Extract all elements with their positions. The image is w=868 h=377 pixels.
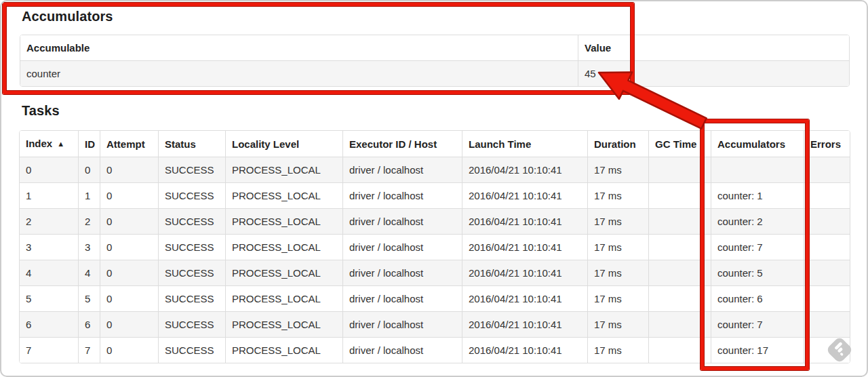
task-errors-cell	[804, 234, 850, 260]
task-row: 7 7 0 SUCCESS PROCESS_LOCAL driver / loc…	[20, 337, 850, 363]
task-gc-time-cell	[648, 311, 711, 337]
task-attempt-cell: 0	[100, 208, 158, 234]
task-row: 4 4 0 SUCCESS PROCESS_LOCAL driver / loc…	[20, 260, 850, 285]
status-column-header[interactable]: Status	[158, 131, 225, 157]
task-accumulators-cell: counter: 6	[711, 285, 804, 311]
tasks-table: Index▲ ID Attempt Status Locality Level …	[19, 130, 850, 363]
task-index-cell: 7	[20, 337, 78, 363]
task-accumulators-cell	[711, 157, 804, 182]
task-locality-level-cell: PROCESS_LOCAL	[225, 311, 342, 337]
task-id-cell: 5	[78, 285, 100, 311]
feedly-mini-icon[interactable]	[824, 334, 855, 365]
task-id-cell: 3	[78, 234, 100, 260]
tasks-section-title: Tasks	[22, 103, 60, 119]
accumulators-column-header[interactable]: Accumulators	[711, 131, 804, 157]
task-index-cell: 3	[20, 234, 78, 260]
task-gc-time-cell	[648, 157, 711, 182]
task-locality-level-cell: PROCESS_LOCAL	[225, 260, 342, 285]
attempt-column-header[interactable]: Attempt	[100, 131, 158, 157]
task-locality-level-cell: PROCESS_LOCAL	[225, 182, 342, 208]
index-column-header-label: Index	[26, 138, 52, 149]
gc-time-column-header[interactable]: GC Time	[648, 131, 711, 157]
task-launch-time-cell: 2016/04/21 10:10:41	[462, 285, 587, 311]
task-gc-time-cell	[648, 182, 711, 208]
task-duration-cell: 17 ms	[587, 311, 648, 337]
task-id-cell: 6	[78, 311, 100, 337]
task-launch-time-cell: 2016/04/21 10:10:41	[462, 234, 587, 260]
task-status-cell: SUCCESS	[158, 208, 225, 234]
task-duration-cell: 17 ms	[587, 260, 648, 285]
task-row: 2 2 0 SUCCESS PROCESS_LOCAL driver / loc…	[20, 208, 850, 234]
task-index-cell: 6	[20, 311, 78, 337]
task-executor-id-host-cell: driver / localhost	[342, 182, 462, 208]
task-attempt-cell: 0	[100, 260, 158, 285]
task-executor-id-host-cell: driver / localhost	[342, 311, 462, 337]
task-row: 3 3 0 SUCCESS PROCESS_LOCAL driver / loc…	[20, 234, 850, 260]
task-accumulators-cell: counter: 5	[711, 260, 804, 285]
tasks-header-row: Index▲ ID Attempt Status Locality Level …	[20, 131, 850, 157]
task-row: 6 6 0 SUCCESS PROCESS_LOCAL driver / loc…	[20, 311, 850, 337]
task-attempt-cell: 0	[100, 234, 158, 260]
task-executor-id-host-cell: driver / localhost	[342, 157, 462, 182]
task-id-cell: 2	[78, 208, 100, 234]
task-gc-time-cell	[648, 234, 711, 260]
screenshot-frame: Accumulators Accumulable Value counter 4…	[0, 0, 868, 377]
value-column-header[interactable]: Value	[578, 35, 849, 60]
errors-column-header[interactable]: Errors	[804, 131, 850, 157]
id-column-header[interactable]: ID	[78, 131, 100, 157]
task-attempt-cell: 0	[100, 285, 158, 311]
task-status-cell: SUCCESS	[158, 234, 225, 260]
task-launch-time-cell: 2016/04/21 10:10:41	[462, 337, 587, 363]
sort-ascending-icon: ▲	[57, 140, 64, 148]
task-gc-time-cell	[648, 337, 711, 363]
task-id-cell: 7	[78, 337, 100, 363]
task-index-cell: 5	[20, 285, 78, 311]
accumulator-row: counter 45	[20, 60, 849, 86]
task-status-cell: SUCCESS	[158, 182, 225, 208]
task-duration-cell: 17 ms	[587, 157, 648, 182]
task-index-cell: 0	[20, 157, 78, 182]
task-executor-id-host-cell: driver / localhost	[342, 234, 462, 260]
task-id-cell: 1	[78, 182, 100, 208]
duration-column-header[interactable]: Duration	[587, 131, 648, 157]
task-gc-time-cell	[648, 260, 711, 285]
task-launch-time-cell: 2016/04/21 10:10:41	[462, 182, 587, 208]
accumulators-header-row: Accumulable Value	[20, 35, 849, 60]
locality-level-column-header[interactable]: Locality Level	[225, 131, 342, 157]
task-attempt-cell: 0	[100, 182, 158, 208]
task-status-cell: SUCCESS	[158, 285, 225, 311]
task-launch-time-cell: 2016/04/21 10:10:41	[462, 208, 587, 234]
task-status-cell: SUCCESS	[158, 260, 225, 285]
task-locality-level-cell: PROCESS_LOCAL	[225, 157, 342, 182]
task-accumulators-cell: counter: 7	[711, 234, 804, 260]
task-attempt-cell: 0	[100, 337, 158, 363]
task-row: 0 0 0 SUCCESS PROCESS_LOCAL driver / loc…	[20, 157, 850, 182]
task-duration-cell: 17 ms	[587, 337, 648, 363]
task-id-cell: 4	[78, 260, 100, 285]
task-accumulators-cell: counter: 2	[711, 208, 804, 234]
task-executor-id-host-cell: driver / localhost	[342, 260, 462, 285]
task-launch-time-cell: 2016/04/21 10:10:41	[462, 260, 587, 285]
task-errors-cell	[804, 260, 850, 285]
task-launch-time-cell: 2016/04/21 10:10:41	[462, 157, 587, 182]
task-executor-id-host-cell: driver / localhost	[342, 208, 462, 234]
task-errors-cell	[804, 182, 850, 208]
executor-id-host-column-header[interactable]: Executor ID / Host	[342, 131, 462, 157]
task-accumulators-cell: counter: 1	[711, 182, 804, 208]
task-status-cell: SUCCESS	[158, 337, 225, 363]
task-errors-cell	[804, 311, 850, 337]
task-duration-cell: 17 ms	[587, 285, 648, 311]
task-attempt-cell: 0	[100, 157, 158, 182]
task-status-cell: SUCCESS	[158, 311, 225, 337]
task-accumulators-cell: counter: 7	[711, 311, 804, 337]
accumulators-table: Accumulable Value counter 45	[20, 35, 850, 87]
task-launch-time-cell: 2016/04/21 10:10:41	[462, 311, 587, 337]
task-errors-cell	[804, 208, 850, 234]
task-executor-id-host-cell: driver / localhost	[342, 285, 462, 311]
index-column-header[interactable]: Index▲	[20, 131, 78, 157]
accumulable-column-header[interactable]: Accumulable	[20, 35, 578, 60]
accumulable-name-cell: counter	[20, 60, 578, 86]
task-duration-cell: 17 ms	[587, 208, 648, 234]
task-locality-level-cell: PROCESS_LOCAL	[225, 285, 342, 311]
launch-time-column-header[interactable]: Launch Time	[462, 131, 587, 157]
